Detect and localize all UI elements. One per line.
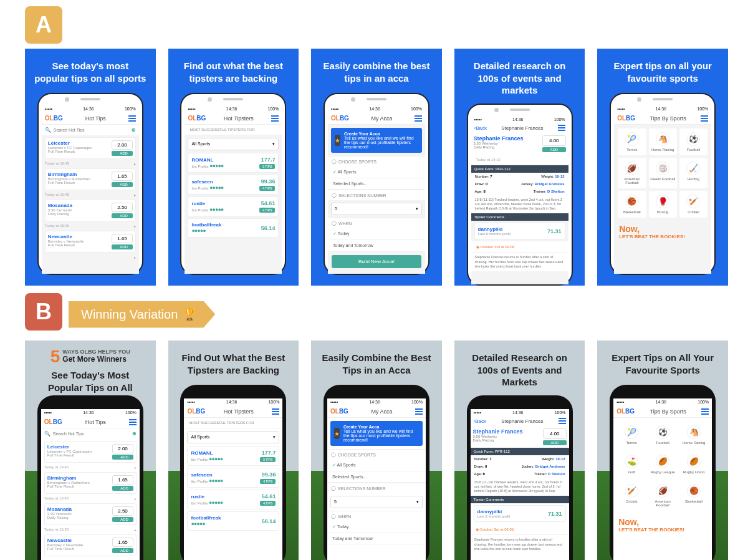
phone-mockup: •••••14:36100% OLBGTips By Sports 🎾Tenni… <box>610 385 716 560</box>
tipster-row[interactable]: ROMANL6m Profits ●●●●●177.75 TIPS <box>187 446 279 466</box>
option[interactable]: Today and Tomorrow <box>328 240 425 251</box>
sport-cell[interactable]: 🏐Gaelic Football <box>649 158 677 188</box>
phone-mockup: •••••14:36100% OLBGMy Acca ★Create Your … <box>324 385 429 560</box>
heading: Easily combine the best tips in an acca <box>311 49 442 90</box>
sport-cell[interactable]: 🎾Tennis <box>618 128 646 155</box>
tipster-row[interactable]: rustie6m Profits ●●●●●54.614 TIPS <box>188 196 279 216</box>
note: MOST SUCCESSFUL TIPSTERS FOR <box>185 125 282 135</box>
stat-row: Age: 8Trainer: D Skelton <box>471 188 568 195</box>
sport-cell[interactable]: 🏑Hurling <box>679 158 707 188</box>
status-bar: •••••14:36100% <box>42 105 139 112</box>
sport-cell[interactable]: 🏈American Football <box>618 158 646 188</box>
heading: Detailed research on 100s of events and … <box>454 49 585 101</box>
card-b2: Find Out What the Best Tipsters are Back… <box>168 340 299 560</box>
tipster-row[interactable]: ROMANL6m Profits ●●●●●177.75 TIPS <box>188 153 279 173</box>
sport-cell[interactable]: ⛳Golf <box>617 451 646 478</box>
card-b1: 5WAYS OLBG HELPS YOUGet More Winners See… <box>25 340 156 560</box>
phone-mockup: •••••14:36100% OLBGMy Acca ★Create Your … <box>324 93 429 275</box>
card-a2: Find out what the best tipsters are back… <box>168 49 299 286</box>
variant-a-tag: A <box>25 6 62 44</box>
pre-heading: 5WAYS OLBG HELPS YOUGet More Winners <box>50 340 130 367</box>
card-a1: See today's most popular tips on all spo… <box>25 49 156 286</box>
tip-row[interactable]: LeicesterLeicester v FC CopenagenFull Ti… <box>44 441 137 463</box>
sport-cell[interactable]: ⚽Football <box>648 422 677 448</box>
menu-icon <box>128 115 136 122</box>
filter-select[interactable]: All Sports▾ <box>188 138 279 150</box>
back-button[interactable]: ‹ BackStephanie Frances <box>471 123 568 133</box>
card-b5: Expert Tips on All Your Favourite Sports… <box>597 340 728 560</box>
heading: Detailed Research on 100s of Events and … <box>454 340 585 393</box>
num-select[interactable]: 5▾ <box>331 203 422 215</box>
phone-mockup: •••••14:36100% OLBGHot Tipsters MOST SUC… <box>180 385 286 560</box>
phone-mockup: •••••14:36100% OLBGHot Tips 🔍⊕ Leicester… <box>37 93 143 275</box>
option[interactable]: Selected Sports... <box>328 178 425 190</box>
phone-mockup: •••••14:36100% OLBGHot Tips 🔍⊕ Leicester… <box>37 395 143 560</box>
sport-cell[interactable]: 🏈American Football <box>648 480 677 511</box>
stat-row: Number: 7Weight: 10-12 <box>471 173 568 180</box>
tipster-row[interactable]: footballfreak ●●●●●56.14 <box>188 218 279 238</box>
search-input[interactable] <box>53 432 130 436</box>
sport-cell[interactable]: 🏀Basketball <box>618 191 646 218</box>
build-button[interactable]: Build New Acca! <box>332 255 421 268</box>
card-a5: Expert tips on all your favourite sports… <box>597 49 728 286</box>
quick-form-bar: Quick Form: PFR-112 <box>471 165 568 173</box>
app-bar: OLBGHot Tips <box>42 112 139 125</box>
sport-cell[interactable]: 🏏Cricket <box>679 191 707 218</box>
heading: Expert tips on all your favourite sports <box>597 49 728 90</box>
tip-row[interactable]: BirminghamBirmingham v RotherhamFull Tim… <box>44 472 137 494</box>
heading: See Today's Most Popular Tips on All Spo… <box>25 367 156 393</box>
tip-row[interactable]: LeicesterLeicester v FC CopenagenFull Ti… <box>45 137 136 159</box>
heading: Find Out What the Best Tipsters are Back… <box>168 340 299 382</box>
heading: Easily Combine the Best Tips in an Acca <box>311 340 442 382</box>
stat-row: Draw: 0Jockey: Bridget Andrews <box>471 463 569 470</box>
sport-cell[interactable]: 🥊Boxing <box>649 191 677 218</box>
heading: Find out what the best tipsters are back… <box>168 49 299 90</box>
card-b3: Easily Combine the Best Tips in an Acca … <box>311 340 442 560</box>
sport-cell[interactable]: 🎾Tennis <box>617 422 646 448</box>
tipster-row[interactable]: safeseen6m Profits ●●●●●99.364 TIPS <box>187 468 279 488</box>
search-icon: 🔍 <box>45 127 51 133</box>
create-acca-box[interactable]: ★Create Your AccaTell us what you like a… <box>331 128 422 153</box>
tipster-row[interactable]: rustie6m Profits ●●●●●54.614 TIPS <box>187 490 279 509</box>
section-header: ◯ CHOOSE SPORTS <box>328 156 425 167</box>
stat-row: Number: 7Weight: 10-12 <box>471 455 569 463</box>
tip-row[interactable]: NewcastleBarnsley v NewcastleFull Time R… <box>45 231 136 253</box>
phone-mockup: •••••14:36100% ‹ BackStephanie Frances S… <box>467 395 573 560</box>
add-icon[interactable]: ⊕ <box>132 127 136 133</box>
row-b: 5WAYS OLBG HELPS YOUGet More Winners See… <box>25 340 728 560</box>
chevron-down-icon: ▾ <box>272 142 275 147</box>
phone-mockup: •••••14:36100% OLBGTips By Sports 🎾Tenni… <box>610 93 716 275</box>
sport-cell[interactable]: 🐴Horse Racing <box>679 422 708 448</box>
option[interactable]: ✓ All Sports <box>328 167 425 178</box>
phone-mockup: •••••14:36100% OLBGHot Tipsters MOST SUC… <box>180 93 286 275</box>
tip-row[interactable]: BirminghamBirmingham v RotherhamFull Tim… <box>45 168 136 190</box>
card-a4: Detailed research on 100s of events and … <box>454 49 585 286</box>
row-a: See today's most popular tips on all spo… <box>25 49 728 286</box>
trophy-icon: 🏆 <box>183 307 196 321</box>
heading: See today's most popular tips on all spo… <box>25 49 156 90</box>
sport-cell[interactable]: 🏉Rugby League <box>648 451 677 478</box>
sport-cell[interactable]: 🐴Horse Racing <box>649 128 677 155</box>
sport-cell[interactable]: ⚽Football <box>679 128 707 155</box>
tipster-row[interactable]: safeseen6m Profits ●●●●●99.364 TIPS <box>188 175 279 195</box>
stat-row: Age: 8Trainer: D Skelton <box>471 470 569 478</box>
filter-select[interactable]: All Sports▾ <box>187 431 279 443</box>
tipster-row[interactable]: footballfreak ●●●●●56.14 <box>187 511 279 531</box>
sport-cell[interactable]: 🏏Cricket <box>617 480 646 511</box>
stat-row: Draw: 0Jockey: Bridget Andrews <box>471 180 568 188</box>
phone-mockup: •••••14:36100% ‹ BackStephanie Frances S… <box>467 104 573 286</box>
card-a3: Easily combine the best tips in an acca … <box>311 49 442 286</box>
tip-row[interactable]: Mosanada3:30 YarmouthDaily Racing2.50ADD <box>45 200 136 221</box>
winning-ribbon: Winning Variation🏆 <box>69 301 215 328</box>
star-icon: ★ <box>335 135 340 146</box>
search-input[interactable] <box>54 128 129 132</box>
tip-row[interactable]: Mosanada3:30 YarmouthDaily Racing2.50ADD <box>44 503 137 525</box>
card-b4: Detailed Research on 100s of Events and … <box>454 340 585 560</box>
tip-row[interactable]: NewcastleBarnsley v NewcastleFull Time R… <box>44 534 137 556</box>
variant-b-tag: B <box>25 293 62 331</box>
sport-cell[interactable]: 🏀Basketball <box>679 480 708 511</box>
heading: Expert Tips on All Your Favourite Sports <box>597 340 728 382</box>
description: 15-8 (11-10) Tracked leaders, went 2nd 4… <box>471 195 568 213</box>
option[interactable]: ✓ Today <box>328 228 425 240</box>
sport-cell[interactable]: 🏉Rugby Union <box>679 451 708 478</box>
